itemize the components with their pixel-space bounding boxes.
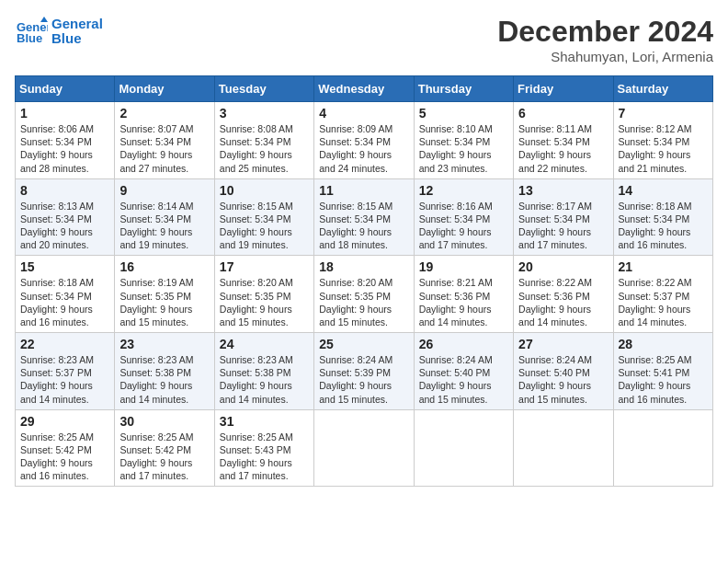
calendar-cell: 18 Sunrise: 8:20 AMSunset: 5:35 PMDaylig… — [314, 256, 414, 333]
calendar-cell — [314, 409, 414, 487]
logo-blue: Blue — [51, 31, 103, 47]
calendar-cell: 9 Sunrise: 8:14 AMSunset: 5:34 PMDayligh… — [115, 178, 214, 256]
location: Shahumyan, Lori, Armenia — [497, 49, 713, 64]
calendar-cell: 13 Sunrise: 8:17 AMSunset: 5:34 PMDaylig… — [514, 178, 613, 256]
calendar-week-row: 8 Sunrise: 8:13 AMSunset: 5:34 PMDayligh… — [16, 178, 713, 256]
cell-info: Sunrise: 8:14 AMSunset: 5:34 PMDaylight:… — [119, 200, 209, 252]
cell-info: Sunrise: 8:22 AMSunset: 5:37 PMDaylight:… — [619, 276, 708, 328]
day-number: 7 — [619, 106, 708, 121]
day-number: 21 — [619, 259, 708, 274]
calendar-cell: 12 Sunrise: 8:16 AMSunset: 5:34 PMDaylig… — [414, 178, 513, 256]
month-title: December 2024 — [497, 15, 713, 49]
calendar-cell: 24 Sunrise: 8:23 AMSunset: 5:38 PMDaylig… — [214, 333, 313, 410]
calendar-week-row: 29 Sunrise: 8:25 AMSunset: 5:42 PMDaylig… — [16, 409, 713, 487]
day-number: 6 — [518, 106, 608, 121]
calendar-cell: 19 Sunrise: 8:21 AMSunset: 5:36 PMDaylig… — [414, 256, 513, 333]
cell-info: Sunrise: 8:15 AMSunset: 5:34 PMDaylight:… — [319, 200, 408, 252]
day-number: 27 — [518, 337, 608, 351]
cell-info: Sunrise: 8:18 AMSunset: 5:34 PMDaylight:… — [619, 200, 708, 252]
cell-info: Sunrise: 8:24 AMSunset: 5:40 PMDaylight:… — [419, 353, 508, 406]
cell-info: Sunrise: 8:06 AMSunset: 5:34 PMDaylight:… — [20, 122, 109, 175]
cell-info: Sunrise: 8:20 AMSunset: 5:35 PMDaylight:… — [319, 276, 408, 328]
day-number: 16 — [119, 259, 209, 274]
logo: General Blue General Blue — [15, 15, 103, 48]
calendar-cell: 20 Sunrise: 8:22 AMSunset: 5:36 PMDaylig… — [514, 256, 613, 333]
calendar-cell: 28 Sunrise: 8:25 AMSunset: 5:41 PMDaylig… — [613, 333, 712, 410]
calendar-body: 1 Sunrise: 8:06 AMSunset: 5:34 PMDayligh… — [16, 102, 713, 487]
calendar-cell: 4 Sunrise: 8:09 AMSunset: 5:34 PMDayligh… — [314, 102, 414, 179]
calendar-cell: 27 Sunrise: 8:24 AMSunset: 5:40 PMDaylig… — [514, 333, 613, 410]
day-number: 1 — [20, 106, 109, 121]
calendar-cell: 10 Sunrise: 8:15 AMSunset: 5:34 PMDaylig… — [214, 178, 313, 256]
calendar-cell: 1 Sunrise: 8:06 AMSunset: 5:34 PMDayligh… — [16, 102, 115, 179]
calendar-table: SundayMondayTuesdayWednesdayThursdayFrid… — [15, 75, 713, 487]
calendar-cell: 29 Sunrise: 8:25 AMSunset: 5:42 PMDaylig… — [16, 409, 115, 487]
calendar-cell: 22 Sunrise: 8:23 AMSunset: 5:37 PMDaylig… — [16, 333, 115, 410]
day-number: 15 — [20, 259, 109, 274]
day-number: 17 — [220, 259, 309, 274]
day-number: 13 — [518, 183, 608, 198]
day-number: 3 — [220, 106, 309, 121]
calendar-cell: 2 Sunrise: 8:07 AMSunset: 5:34 PMDayligh… — [115, 102, 214, 179]
day-number: 10 — [220, 183, 309, 198]
logo-general: General — [51, 17, 103, 32]
day-number: 29 — [20, 414, 109, 429]
cell-info: Sunrise: 8:17 AMSunset: 5:34 PMDaylight:… — [518, 200, 608, 252]
calendar-cell: 3 Sunrise: 8:08 AMSunset: 5:34 PMDayligh… — [214, 102, 313, 179]
calendar-cell: 31 Sunrise: 8:25 AMSunset: 5:43 PMDaylig… — [214, 409, 313, 487]
calendar-cell: 15 Sunrise: 8:18 AMSunset: 5:34 PMDaylig… — [16, 256, 115, 333]
day-number: 12 — [419, 183, 508, 198]
day-number: 26 — [419, 337, 508, 351]
calendar-week-row: 15 Sunrise: 8:18 AMSunset: 5:34 PMDaylig… — [16, 256, 713, 333]
calendar-cell: 5 Sunrise: 8:10 AMSunset: 5:34 PMDayligh… — [414, 102, 513, 179]
cell-info: Sunrise: 8:25 AMSunset: 5:41 PMDaylight:… — [619, 353, 708, 406]
logo-icon: General Blue — [15, 15, 48, 48]
weekday-header-cell: Friday — [514, 76, 613, 102]
weekday-header-cell: Wednesday — [314, 76, 414, 102]
cell-info: Sunrise: 8:09 AMSunset: 5:34 PMDaylight:… — [319, 122, 408, 175]
day-number: 20 — [518, 259, 608, 274]
calendar-cell: 8 Sunrise: 8:13 AMSunset: 5:34 PMDayligh… — [16, 178, 115, 256]
weekday-header-cell: Saturday — [613, 76, 712, 102]
cell-info: Sunrise: 8:08 AMSunset: 5:34 PMDaylight:… — [220, 122, 309, 175]
day-number: 30 — [119, 414, 209, 429]
calendar-cell: 11 Sunrise: 8:15 AMSunset: 5:34 PMDaylig… — [314, 178, 414, 256]
cell-info: Sunrise: 8:25 AMSunset: 5:42 PMDaylight:… — [119, 431, 209, 483]
calendar-cell: 21 Sunrise: 8:22 AMSunset: 5:37 PMDaylig… — [613, 256, 712, 333]
day-number: 23 — [119, 337, 209, 351]
title-block: December 2024 Shahumyan, Lori, Armenia — [497, 15, 713, 64]
weekday-header-cell: Sunday — [16, 76, 115, 102]
calendar-cell: 16 Sunrise: 8:19 AMSunset: 5:35 PMDaylig… — [115, 256, 214, 333]
day-number: 18 — [319, 259, 408, 274]
weekday-header-cell: Thursday — [414, 76, 513, 102]
weekday-header-cell: Tuesday — [214, 76, 313, 102]
cell-info: Sunrise: 8:23 AMSunset: 5:38 PMDaylight:… — [119, 353, 209, 406]
cell-info: Sunrise: 8:07 AMSunset: 5:34 PMDaylight:… — [119, 122, 209, 175]
calendar-cell: 7 Sunrise: 8:12 AMSunset: 5:34 PMDayligh… — [613, 102, 712, 179]
weekday-header-cell: Monday — [115, 76, 214, 102]
day-number: 14 — [619, 183, 708, 198]
cell-info: Sunrise: 8:11 AMSunset: 5:34 PMDaylight:… — [518, 122, 608, 175]
day-number: 28 — [619, 337, 708, 351]
cell-info: Sunrise: 8:15 AMSunset: 5:34 PMDaylight:… — [220, 200, 309, 252]
cell-info: Sunrise: 8:16 AMSunset: 5:34 PMDaylight:… — [419, 200, 508, 252]
calendar-cell: 23 Sunrise: 8:23 AMSunset: 5:38 PMDaylig… — [115, 333, 214, 410]
day-number: 31 — [220, 414, 309, 429]
svg-text:Blue: Blue — [17, 31, 42, 45]
day-number: 4 — [319, 106, 408, 121]
day-number: 22 — [20, 337, 109, 351]
day-number: 25 — [319, 337, 408, 351]
calendar-cell — [613, 409, 712, 487]
cell-info: Sunrise: 8:12 AMSunset: 5:34 PMDaylight:… — [619, 122, 708, 175]
page-header: General Blue General Blue December 2024 … — [15, 15, 713, 64]
calendar-week-row: 22 Sunrise: 8:23 AMSunset: 5:37 PMDaylig… — [16, 333, 713, 410]
day-number: 2 — [119, 106, 209, 121]
cell-info: Sunrise: 8:22 AMSunset: 5:36 PMDaylight:… — [518, 276, 608, 328]
calendar-cell — [414, 409, 513, 487]
cell-info: Sunrise: 8:19 AMSunset: 5:35 PMDaylight:… — [119, 276, 209, 328]
cell-info: Sunrise: 8:18 AMSunset: 5:34 PMDaylight:… — [20, 276, 109, 328]
cell-info: Sunrise: 8:10 AMSunset: 5:34 PMDaylight:… — [419, 122, 508, 175]
cell-info: Sunrise: 8:23 AMSunset: 5:37 PMDaylight:… — [20, 353, 109, 406]
cell-info: Sunrise: 8:25 AMSunset: 5:42 PMDaylight:… — [20, 431, 109, 483]
day-number: 8 — [20, 183, 109, 198]
